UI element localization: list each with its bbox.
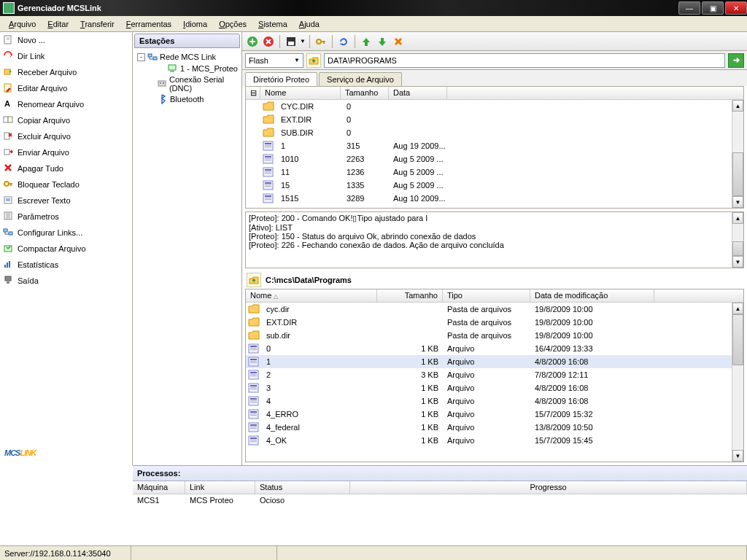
tree-node[interactable]: 1 - MCS_Proteo: [137, 63, 241, 74]
remote-path-input[interactable]: DATA\PROGRAMS: [324, 53, 725, 68]
local-path-label: C:\mcs\Data\Programs: [266, 276, 352, 284]
col-size[interactable]: Tamanho: [341, 87, 389, 99]
tab-proteo-dir[interactable]: Diretório Proteo: [245, 72, 317, 86]
remove-icon[interactable]: [261, 34, 276, 49]
scrollbar[interactable]: ▲ ▼: [732, 100, 743, 208]
side-novo-[interactable]: Novo ...: [0, 32, 132, 48]
side-apagar-tudo[interactable]: Apagar Tudo: [0, 160, 132, 176]
tab-file-service[interactable]: Serviço de Arquivo: [319, 72, 402, 86]
tree-toggle[interactable]: ⊟: [246, 87, 260, 99]
side-receber-arquivo[interactable]: Receber Arquivo: [0, 64, 132, 80]
go-button[interactable]: ➔: [728, 53, 744, 68]
side-compactar-arquivo[interactable]: Compactar Arquivo: [0, 241, 132, 257]
lcol-type[interactable]: Tipo: [443, 289, 530, 302]
add-icon[interactable]: [245, 34, 260, 49]
side-copiar-arquivo[interactable]: Copiar Arquivo: [0, 112, 132, 128]
menu-idioma[interactable]: Idioma: [177, 18, 213, 31]
action-icon: [3, 275, 15, 287]
file-icon: [263, 141, 274, 151]
side-renomear-arquivo[interactable]: ARenomear Arquivo: [0, 96, 132, 112]
local-file-row[interactable]: 01 KBArquivo16/4/2009 13:33: [246, 342, 743, 355]
file-icon: [248, 370, 260, 380]
side-estat-sticas[interactable]: Estatísticas: [0, 257, 132, 273]
folder-up-button[interactable]: [306, 53, 321, 68]
local-file-row[interactable]: cyc.dirPasta de arquivos19/8/2009 10:00: [246, 303, 743, 316]
tree-node[interactable]: Conexão Serial (DNC): [137, 74, 241, 93]
menu-sistema[interactable]: Sistema: [252, 18, 293, 31]
lcol-date[interactable]: Data de modificação: [530, 289, 654, 302]
refresh-icon[interactable]: [336, 34, 351, 49]
menu-transferir[interactable]: Transferir: [74, 18, 120, 31]
remote-file-row[interactable]: CYC.DIR0: [246, 100, 743, 113]
menu-ajuda[interactable]: Ajuda: [293, 18, 325, 31]
side-editar-arquivo[interactable]: Editar Arquivo: [0, 80, 132, 96]
tree-node[interactable]: Bluetooth: [137, 93, 241, 105]
remote-file-row[interactable]: 111236Aug 5 2009 ...: [246, 166, 743, 179]
svg-rect-65: [250, 387, 257, 388]
drive-combo[interactable]: Flash▼: [245, 53, 303, 68]
remote-file-row[interactable]: 151335Aug 5 2009 ...: [246, 179, 743, 192]
menu-ferramentas[interactable]: Ferramentas: [120, 18, 177, 31]
svg-rect-41: [265, 171, 271, 172]
pcol-machine[interactable]: Máquina: [133, 481, 185, 494]
local-file-row[interactable]: 31 KBArquivo4/8/2009 16:08: [246, 381, 743, 394]
down-arrow-icon[interactable]: [375, 34, 390, 49]
local-file-row[interactable]: EXT.DIRPasta de arquivos19/8/2009 10:00: [246, 316, 743, 329]
action-icon: [3, 66, 15, 78]
lcol-size[interactable]: Tamanho: [377, 289, 443, 302]
menu-editar[interactable]: Editar: [42, 18, 74, 31]
key-icon[interactable]: [314, 34, 328, 49]
svg-rect-68: [250, 398, 257, 400]
pcol-link[interactable]: Link: [185, 481, 255, 494]
svg-point-8: [4, 182, 9, 186]
svg-rect-33: [265, 145, 271, 146]
dropdown-arrow-icon[interactable]: ▼: [300, 38, 306, 44]
remote-file-row[interactable]: 1315Aug 19 2009...: [246, 139, 743, 152]
local-file-row[interactable]: 4_ERRO1 KBArquivo15/7/2009 15:32: [246, 408, 743, 421]
local-file-row[interactable]: 23 KBArquivo7/8/2009 12:11: [246, 368, 743, 381]
remote-file-row[interactable]: 10102263Aug 5 2009 ...: [246, 152, 743, 166]
menu-opções[interactable]: Opções: [213, 18, 252, 31]
minimize-button[interactable]: —: [678, 1, 700, 15]
side-sa-da[interactable]: Saída: [0, 273, 132, 289]
delete-icon[interactable]: [391, 34, 406, 49]
local-file-row[interactable]: 4_OK1 KBArquivo15/7/2009 15:45: [246, 434, 743, 447]
lcol-name[interactable]: Nome △: [246, 289, 377, 302]
side-enviar-arquivo[interactable]: Enviar Arquivo: [0, 144, 132, 160]
svg-rect-58: [250, 362, 257, 363]
maximize-button[interactable]: ▣: [702, 1, 724, 15]
side-configurar-links-[interactable]: Configurar Links...: [0, 225, 132, 241]
scrollbar[interactable]: ▲▼: [732, 212, 743, 268]
log-panel: [Proteo]: 200 - Comando OK!▯Tipo ajustad…: [245, 211, 744, 268]
close-button[interactable]: ✕: [725, 1, 747, 15]
col-name[interactable]: Nome: [260, 87, 341, 99]
action-icon: [3, 211, 15, 222]
action-icon: [3, 243, 15, 254]
pcol-progress[interactable]: Progresso: [350, 481, 747, 494]
remote-file-row[interactable]: EXT.DIR0: [246, 113, 743, 126]
window-title: Gerenciador MCSLink: [18, 4, 677, 12]
up-arrow-icon[interactable]: [359, 34, 374, 49]
svg-rect-12: [9, 232, 12, 235]
process-row[interactable]: MCS1 MCS Proteo Ocioso: [133, 494, 747, 506]
side-escrever-texto[interactable]: Escrever Texto: [0, 192, 132, 209]
save-icon[interactable]: [284, 34, 298, 49]
local-file-row[interactable]: 4_federal1 KBArquivo13/8/2009 10:50: [246, 421, 743, 434]
scrollbar[interactable]: ▲ ▼: [732, 303, 743, 462]
menu-arquivo[interactable]: Arquivo: [3, 18, 42, 31]
local-file-row[interactable]: 11 KBArquivo4/8/2009 16:08: [246, 355, 743, 368]
local-file-row[interactable]: sub.dirPasta de arquivos19/8/2009 10:00: [246, 329, 743, 342]
side-dir-link[interactable]: Dir Link: [0, 48, 132, 64]
side-excluir-arquivo[interactable]: Excluir Arquivo: [0, 128, 132, 144]
local-file-row[interactable]: 41 KBArquivo4/8/2009 16:08: [246, 394, 743, 408]
remote-file-row[interactable]: 15153289Aug 10 2009...: [246, 192, 743, 205]
svg-rect-38: [265, 160, 271, 160]
side-bloquear-teclado[interactable]: Bloquear Teclado: [0, 176, 132, 192]
col-date[interactable]: Data: [389, 87, 447, 99]
pcol-status[interactable]: Status: [255, 481, 350, 494]
tree-expander[interactable]: -: [137, 53, 145, 61]
side-par-metros[interactable]: Parâmetros: [0, 209, 132, 225]
remote-file-row[interactable]: SUB.DIR0: [246, 126, 743, 139]
local-folder-up-button[interactable]: [247, 273, 261, 287]
tree-node[interactable]: -Rede MCS Link: [137, 51, 241, 63]
